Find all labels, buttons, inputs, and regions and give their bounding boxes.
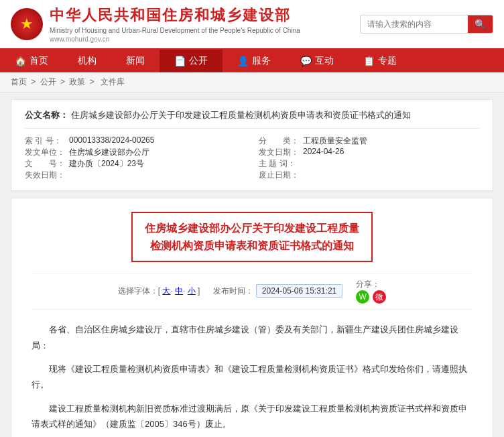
logo-icon: ★: [11, 8, 43, 40]
breadcrumb-sep1: >: [31, 77, 38, 86]
search-input[interactable]: [361, 16, 468, 32]
nav-label-service: 服务: [252, 55, 271, 67]
article-paragraph-2: 建设工程质量检测机构新旧资质标准过渡期满后，原《关于印发建设工程质量检测机构资质…: [32, 401, 472, 432]
doc-title-row: 公文名称： 住房城乡建设部办公厅关于印发建设工程质量检测机构资质申请表和资质证书…: [25, 109, 479, 121]
article-paragraph-0: 各省、自治区住房城乡建设厅，直辖市住房城乡建设（管）委及有关部门，新疆生产建设兵…: [32, 322, 472, 353]
nav-label-public: 公开: [189, 55, 208, 67]
site-title-en: Ministry of Housing and Urban-Rural Deve…: [50, 27, 300, 34]
article-meta: 选择字体：[ 大· 中· 小 ] 发布时间： 2024-05-06 15:31:…: [32, 273, 472, 310]
doc-row-number: 文 号： 建办质〔2024〕23号: [25, 158, 245, 170]
doc-value-date: 2024-04-26: [303, 147, 344, 158]
interaction-icon: 💬: [300, 56, 312, 66]
doc-row-expire: 失效日期：: [25, 170, 245, 181]
title-line2: 检测机构资质申请表和资质证书格式的通知: [150, 240, 354, 251]
doc-row-keyword: 主 题 词：: [259, 158, 479, 170]
font-size-label: 选择字体：[ 大· 中· 小 ]: [118, 286, 200, 297]
site-url: www.mohurd.gov.cn: [50, 36, 300, 43]
doc-value-unit: 住房城乡建设部办公厅: [69, 147, 149, 158]
search-button[interactable]: 🔍: [468, 15, 493, 33]
share-label: 分享：: [356, 279, 380, 289]
doc-row-unit: 发文单位： 住房城乡建设部办公厅: [25, 147, 245, 158]
doc-label-unit: 发文单位：: [25, 147, 65, 158]
font-size-small[interactable]: 小: [188, 286, 196, 296]
doc-fields-right: 分 类： 工程质量安全监管 发文日期： 2024-04-26 主 题 词： 废止…: [259, 135, 479, 181]
nav-label-news: 新闻: [126, 55, 145, 67]
doc-info-panel: 公文名称： 住房城乡建设部办公厅关于印发建设工程质量检测机构资质申请表和资质证书…: [11, 99, 493, 191]
home-icon: 🏠: [15, 56, 26, 66]
doc-label-keyword: 主 题 词：: [259, 158, 299, 170]
weibo-share-icon[interactable]: 微: [373, 290, 386, 304]
breadcrumb-public[interactable]: 公开: [40, 77, 56, 86]
doc-fields-left: 索 引 号： 000013338/2024-00265 发文单位： 住房城乡建设…: [25, 135, 245, 181]
breadcrumb-current: 文件库: [101, 77, 125, 86]
wechat-share-icon[interactable]: W: [356, 290, 369, 304]
doc-label-index: 索 引 号：: [25, 135, 65, 147]
doc-fields-grid: 索 引 号： 000013338/2024-00265 发文单位： 住房城乡建设…: [25, 135, 479, 181]
font-size-large[interactable]: 大: [162, 286, 170, 296]
doc-value-category: 工程质量安全监管: [303, 135, 367, 147]
doc-value-index: 000013338/2024-00265: [69, 135, 154, 147]
doc-row-index: 索 引 号： 000013338/2024-00265: [25, 135, 245, 147]
nav-item-news[interactable]: 新闻: [111, 50, 160, 72]
search-bar[interactable]: 🔍: [360, 15, 493, 34]
breadcrumb-home[interactable]: 首页: [11, 77, 27, 86]
doc-row-category: 分 类： 工程质量安全监管: [259, 135, 479, 147]
doc-divider: [25, 128, 479, 129]
nav-item-interaction[interactable]: 💬 互动: [286, 50, 349, 72]
header-title-block: 中华人民共和国住房和城乡建设部 Ministry of Housing and …: [50, 5, 300, 43]
doc-row-date: 发文日期： 2024-04-26: [259, 147, 479, 158]
doc-label-abolish: 废止日期：: [259, 170, 299, 181]
doc-label-expire: 失效日期：: [25, 170, 65, 181]
font-size-medium[interactable]: 中: [175, 286, 183, 296]
breadcrumb-sep2: >: [60, 77, 67, 86]
nav-label-home: 首页: [29, 55, 48, 67]
nav-item-public[interactable]: 📄 公开: [160, 50, 223, 72]
doc-row-abolish: 废止日期：: [259, 170, 479, 181]
nav-item-home[interactable]: 🏠 首页: [0, 50, 63, 72]
doc-title-label: 公文名称：: [25, 110, 68, 120]
main-nav: 🏠 首页 机构 新闻 📄 公开 👤 服务 💬 互动 📋 专题: [0, 50, 504, 72]
breadcrumb-sep3: >: [90, 77, 97, 86]
site-title-cn: 中华人民共和国住房和城乡建设部: [50, 5, 300, 25]
public-icon: 📄: [174, 56, 186, 66]
nav-item-institution[interactable]: 机构: [63, 50, 111, 72]
article-title-area: 住房城乡建设部办公厅关于印发建设工程质量 检测机构资质申请表和资质证书格式的通知: [32, 212, 472, 262]
title-line1: 住房城乡建设部办公厅关于印发建设工程质量: [145, 223, 359, 234]
nav-label-interaction: 互动: [315, 55, 334, 67]
publish-time: 2024-05-06 15:31:21: [256, 284, 342, 298]
nav-item-special[interactable]: 📋 专题: [349, 50, 412, 72]
service-icon: 👤: [237, 56, 249, 66]
special-icon: 📋: [363, 56, 375, 66]
article-body: 各省、自治区住房城乡建设厅，直辖市住房城乡建设（管）委及有关部门，新疆生产建设兵…: [32, 322, 472, 432]
breadcrumb: 首页 > 公开 > 政策 > 文件库: [0, 72, 504, 92]
article-paragraph-1: 现将《建设工程质量检测机构资质申请表》和《建设工程质量检测机构资质证书》格式印发…: [32, 361, 472, 393]
doc-label-number: 文 号：: [25, 158, 65, 170]
article-content: 住房城乡建设部办公厅关于印发建设工程质量 检测机构资质申请表和资质证书格式的通知…: [11, 198, 493, 437]
nav-item-service[interactable]: 👤 服务: [223, 50, 286, 72]
nav-label-special: 专题: [378, 55, 397, 67]
breadcrumb-policy[interactable]: 政策: [69, 77, 85, 86]
doc-label-category: 分 类：: [259, 135, 299, 147]
publish-info: 发布时间： 2024-05-06 15:31:21: [213, 286, 342, 297]
nav-label-institution: 机构: [78, 55, 97, 67]
share-area: 分享： W 微: [356, 279, 386, 304]
article-title-box: 住房城乡建设部办公厅关于印发建设工程质量 检测机构资质申请表和资质证书格式的通知: [131, 212, 373, 262]
share-icons: W 微: [356, 290, 386, 304]
doc-label-date: 发文日期：: [259, 147, 299, 158]
publish-label: 发布时间：: [213, 286, 253, 296]
article-title-text: 住房城乡建设部办公厅关于印发建设工程质量 检测机构资质申请表和资质证书格式的通知: [145, 220, 359, 254]
doc-title-value: 住房城乡建设部办公厅关于印发建设工程质量检测机构资质申请表和资质证书格式的通知: [71, 110, 411, 120]
logo-area: ★ 中华人民共和国住房和城乡建设部 Ministry of Housing an…: [11, 5, 300, 43]
doc-value-number: 建办质〔2024〕23号: [69, 158, 144, 170]
page-header: ★ 中华人民共和国住房和城乡建设部 Ministry of Housing an…: [0, 0, 504, 50]
